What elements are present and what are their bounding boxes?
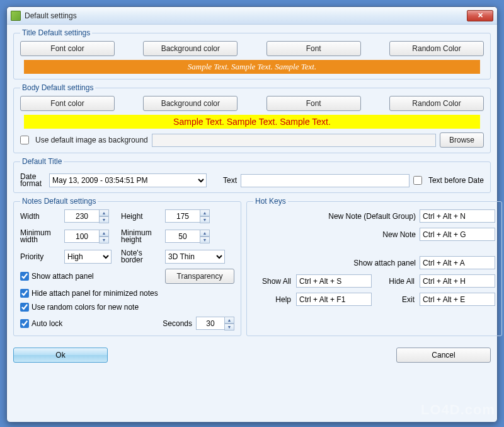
width-label: Width [20,212,64,221]
transparency-button[interactable]: Transparency [165,269,234,284]
show-attach-panel-checkbox[interactable] [20,272,29,281]
hk-show-all-input[interactable] [296,274,372,288]
title-sample-preview: Sample Text. Sample Text. Sample Text. [24,60,480,74]
width-spinner[interactable]: ▲▼ [64,209,121,223]
body-font-button[interactable]: Font [266,96,361,111]
ok-button[interactable]: Ok [13,348,108,363]
default-title-text-input[interactable] [241,174,410,187]
min-width-label: Minimum width [20,230,64,243]
background-image-path-input [152,134,436,147]
dialog-window: Default settings ✕ Title Default setting… [6,6,498,423]
window-title: Default settings [25,11,467,20]
spin-down-icon[interactable]: ▼ [99,237,109,243]
spin-up-icon[interactable]: ▲ [224,317,234,324]
auto-lock-checkbox[interactable] [20,319,29,328]
default-title-group: Default Title Date format May 13, 2009 -… [13,157,491,193]
border-label: Note's border [121,250,165,264]
body-defaults-group: Body Default settings Font color Backgro… [13,83,491,153]
date-format-select[interactable]: May 13, 2009 - 03:54:51 PM [49,173,207,187]
hk-new-note-label: New Note [253,230,416,239]
height-label: Height [121,212,165,221]
min-width-input[interactable] [64,230,99,243]
hk-new-note-default-input[interactable] [420,209,495,223]
min-width-spinner[interactable]: ▲▼ [64,230,121,243]
text-label: Text [223,176,237,185]
use-default-image-label: Use default image as background [35,136,148,144]
notes-defaults-legend: Notes Default settings [20,197,98,206]
titlebar[interactable]: Default settings ✕ [7,7,497,25]
browse-button[interactable]: Browse [440,132,484,148]
hk-show-attach-label: Show attach panel [253,259,416,267]
spin-up-icon[interactable]: ▲ [200,209,210,216]
hide-attach-panel-checkbox[interactable] [20,289,29,298]
spin-down-icon[interactable]: ▼ [224,324,234,330]
spin-up-icon[interactable]: ▲ [99,209,109,216]
seconds-label: Seconds [163,319,192,328]
spin-up-icon[interactable]: ▲ [99,230,109,237]
use-default-image-checkbox[interactable] [20,136,29,144]
seconds-input[interactable] [196,317,224,330]
hk-show-all-label: Show All [253,277,291,286]
hide-attach-panel-label: Hide attach panel for minimized notes [32,289,158,298]
hk-new-note-default-label: New Note (Default Group) [253,212,416,221]
spin-down-icon[interactable]: ▼ [200,216,210,223]
cancel-button[interactable]: Cancel [396,348,491,363]
height-spinner[interactable]: ▲▼ [165,209,234,223]
title-background-color-button[interactable]: Background color [143,41,238,56]
min-height-label: Minimum height [121,230,165,243]
title-font-color-button[interactable]: Font color [20,41,115,56]
width-input[interactable] [64,209,99,223]
text-before-date-checkbox[interactable] [413,176,422,185]
min-height-input[interactable] [165,230,200,243]
spin-down-icon[interactable]: ▼ [200,237,210,243]
hk-help-input[interactable] [296,293,372,306]
body-sample-preview: Sample Text. Sample Text. Sample Text. [24,115,480,129]
spin-down-icon[interactable]: ▼ [99,216,109,223]
height-input[interactable] [165,209,200,223]
hk-hide-all-label: Hide All [377,277,415,286]
hk-exit-input[interactable] [420,293,495,306]
hotkeys-legend: Hot Keys [253,197,288,206]
body-defaults-legend: Body Default settings [20,83,95,92]
title-random-color-button[interactable]: Random Color [389,41,484,56]
spin-up-icon[interactable]: ▲ [200,230,210,237]
priority-select[interactable]: High [64,250,112,264]
random-colors-label: Use random colors for new note [32,303,139,312]
body-background-color-button[interactable]: Background color [143,96,238,111]
random-colors-checkbox[interactable] [20,303,29,312]
hk-show-attach-input[interactable] [420,256,495,269]
title-defaults-legend: Title Default settings [20,28,92,37]
notes-defaults-group: Notes Default settings Width ▲▼ Height ▲… [13,197,241,336]
priority-label: Priority [20,252,64,261]
show-attach-panel-label: Show attach panel [32,272,94,281]
min-height-spinner[interactable]: ▲▼ [165,230,234,243]
title-font-button[interactable]: Font [266,41,361,56]
hk-help-label: Help [253,295,291,304]
auto-lock-label: Auto lock [32,319,62,328]
body-random-color-button[interactable]: Random Color [389,96,484,111]
hotkeys-group: Hot Keys New Note (Default Group) New No… [246,197,502,336]
close-button[interactable]: ✕ [467,10,493,21]
text-before-date-label: Text before Date [428,176,484,185]
default-title-legend: Default Title [20,157,64,166]
hk-exit-label: Exit [377,295,415,304]
date-format-label: Date format [20,173,45,187]
hk-hide-all-input[interactable] [420,274,495,288]
body-font-color-button[interactable]: Font color [20,96,115,111]
app-icon [11,11,21,21]
seconds-spinner[interactable]: ▲▼ [196,317,234,330]
border-select[interactable]: 3D Thin [165,250,225,264]
title-defaults-group: Title Default settings Font color Backgr… [13,28,491,79]
hk-new-note-input[interactable] [420,228,495,241]
